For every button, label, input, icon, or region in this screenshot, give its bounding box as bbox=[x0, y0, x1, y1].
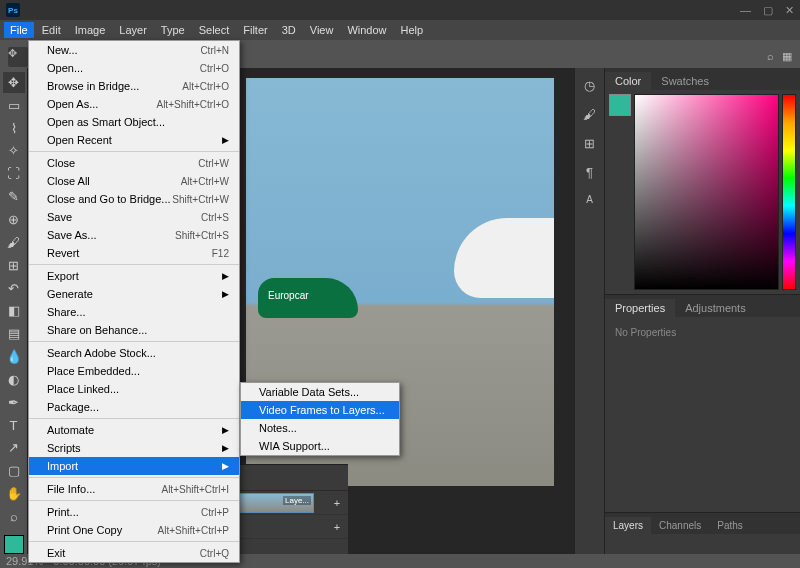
foreground-color[interactable] bbox=[4, 535, 24, 554]
eraser-tool[interactable]: ◧ bbox=[3, 300, 25, 321]
lasso-tool[interactable]: ⌇ bbox=[3, 118, 25, 139]
menu-layer[interactable]: Layer bbox=[113, 22, 153, 38]
menu-image[interactable]: Image bbox=[69, 22, 112, 38]
brushes-panel-icon[interactable]: 🖌 bbox=[583, 107, 596, 122]
tab-swatches[interactable]: Swatches bbox=[651, 72, 719, 90]
stamp-tool[interactable]: ⊞ bbox=[3, 255, 25, 276]
menu-item-automate[interactable]: Automate▶ bbox=[29, 421, 239, 439]
tab-color[interactable]: Color bbox=[605, 72, 651, 90]
pen-tool[interactable]: ✒ bbox=[3, 392, 25, 413]
menu-item-place-linked[interactable]: Place Linked... bbox=[29, 380, 239, 398]
menu-item-browse-in-bridge[interactable]: Browse in Bridge...Alt+Ctrl+O bbox=[29, 77, 239, 95]
menu-item-place-embedded[interactable]: Place Embedded... bbox=[29, 362, 239, 380]
type-tool[interactable]: T bbox=[3, 415, 25, 436]
history-panel-icon[interactable]: ◷ bbox=[584, 78, 595, 93]
menu-select[interactable]: Select bbox=[193, 22, 236, 38]
title-bar: Ps — ▢ ✕ bbox=[0, 0, 800, 20]
move-tool[interactable]: ✥ bbox=[3, 72, 25, 93]
properties-panel-tabs: Properties Adjustments bbox=[605, 295, 800, 317]
app-icon: Ps bbox=[6, 3, 20, 17]
menu-filter[interactable]: Filter bbox=[237, 22, 273, 38]
color-picker-panel bbox=[605, 90, 800, 294]
menu-view[interactable]: View bbox=[304, 22, 340, 38]
shape-tool[interactable]: ▢ bbox=[3, 460, 25, 481]
workspace-icon[interactable]: ▦ bbox=[782, 50, 792, 63]
menu-item-save[interactable]: SaveCtrl+S bbox=[29, 208, 239, 226]
tab-paths[interactable]: Paths bbox=[709, 517, 751, 534]
history-tool[interactable]: ↶ bbox=[3, 278, 25, 299]
menu-item-open-as-smart-object[interactable]: Open as Smart Object... bbox=[29, 113, 239, 131]
path-tool[interactable]: ↗ bbox=[3, 438, 25, 459]
tab-adjustments[interactable]: Adjustments bbox=[675, 299, 756, 317]
menu-edit[interactable]: Edit bbox=[36, 22, 67, 38]
tab-channels[interactable]: Channels bbox=[651, 517, 709, 534]
menu-item-close-and-go-to-bridge[interactable]: Close and Go to Bridge...Shift+Ctrl+W bbox=[29, 190, 239, 208]
menu-item-share[interactable]: Share... bbox=[29, 303, 239, 321]
menu-item-close[interactable]: CloseCtrl+W bbox=[29, 154, 239, 172]
layers-panel-tabs: Layers Channels Paths bbox=[605, 512, 800, 534]
maximize-button[interactable]: ▢ bbox=[763, 4, 773, 17]
menu-item-save-as[interactable]: Save As...Shift+Ctrl+S bbox=[29, 226, 239, 244]
color-fg-swatch[interactable] bbox=[609, 94, 631, 116]
menu-item-open[interactable]: Open...Ctrl+O bbox=[29, 59, 239, 77]
menu-item-open-recent[interactable]: Open Recent▶ bbox=[29, 131, 239, 149]
menu-item-export[interactable]: Export▶ bbox=[29, 267, 239, 285]
menu-item-exit[interactable]: ExitCtrl+Q bbox=[29, 544, 239, 562]
heal-tool[interactable]: ⊕ bbox=[3, 209, 25, 230]
hue-slider[interactable] bbox=[782, 94, 796, 290]
menu-item-share-on-behance[interactable]: Share on Behance... bbox=[29, 321, 239, 339]
menu-item-file-info[interactable]: File Info...Alt+Shift+Ctrl+I bbox=[29, 480, 239, 498]
submenu-item-wia-support[interactable]: WIA Support... bbox=[241, 437, 399, 455]
gradient-tool[interactable]: ▤ bbox=[3, 323, 25, 344]
move-tool-icon[interactable]: ✥ bbox=[8, 47, 28, 67]
menu-item-search-adobe-stock[interactable]: Search Adobe Stock... bbox=[29, 344, 239, 362]
dodge-tool[interactable]: ◐ bbox=[3, 369, 25, 390]
crop-tool[interactable]: ⛶ bbox=[3, 163, 25, 184]
window-controls: — ▢ ✕ bbox=[740, 4, 794, 17]
zoom-tool[interactable]: ⌕ bbox=[3, 506, 25, 527]
tab-layers[interactable]: Layers bbox=[605, 517, 651, 534]
canvas-image-plane2 bbox=[454, 218, 554, 298]
submenu-item-notes[interactable]: Notes... bbox=[241, 419, 399, 437]
menu-item-print[interactable]: Print...Ctrl+P bbox=[29, 503, 239, 521]
menu-window[interactable]: Window bbox=[341, 22, 392, 38]
character-panel-icon[interactable]: A bbox=[586, 194, 593, 205]
menu-type[interactable]: Type bbox=[155, 22, 191, 38]
menu-file[interactable]: File bbox=[4, 22, 34, 38]
blur-tool[interactable]: 💧 bbox=[3, 346, 25, 367]
add-audio-button[interactable]: + bbox=[326, 521, 348, 533]
menu-help[interactable]: Help bbox=[395, 22, 430, 38]
menu-item-revert[interactable]: RevertF12 bbox=[29, 244, 239, 262]
brush-tool[interactable]: 🖌 bbox=[3, 232, 25, 253]
import-submenu: Variable Data Sets...Video Frames to Lay… bbox=[240, 382, 400, 456]
clone-panel-icon[interactable]: ⊞ bbox=[584, 136, 595, 151]
menu-3d[interactable]: 3D bbox=[276, 22, 302, 38]
timeline-clip[interactable]: Laye... bbox=[238, 493, 314, 513]
color-panel-tabs: Color Swatches bbox=[605, 68, 800, 90]
submenu-item-variable-data-sets[interactable]: Variable Data Sets... bbox=[241, 383, 399, 401]
menu-item-new[interactable]: New...Ctrl+N bbox=[29, 41, 239, 59]
menu-item-generate[interactable]: Generate▶ bbox=[29, 285, 239, 303]
eyedropper-tool[interactable]: ✎ bbox=[3, 186, 25, 207]
color-field[interactable] bbox=[634, 94, 779, 290]
tab-properties[interactable]: Properties bbox=[605, 299, 675, 317]
hand-tool[interactable]: ✋ bbox=[3, 483, 25, 504]
menu-bar: File Edit Image Layer Type Select Filter… bbox=[0, 20, 800, 40]
search-icon[interactable]: ⌕ bbox=[767, 50, 774, 63]
properties-body: No Properties bbox=[605, 317, 800, 417]
right-dock: Color Swatches Properties Adjustments No… bbox=[604, 68, 800, 554]
menu-item-package[interactable]: Package... bbox=[29, 398, 239, 416]
file-dropdown: New...Ctrl+NOpen...Ctrl+OBrowse in Bridg… bbox=[28, 40, 240, 563]
wand-tool[interactable]: ✧ bbox=[3, 141, 25, 162]
menu-item-close-all[interactable]: Close AllAlt+Ctrl+W bbox=[29, 172, 239, 190]
menu-item-open-as[interactable]: Open As...Alt+Shift+Ctrl+O bbox=[29, 95, 239, 113]
close-button[interactable]: ✕ bbox=[785, 4, 794, 17]
marquee-tool[interactable]: ▭ bbox=[3, 95, 25, 116]
menu-item-print-one-copy[interactable]: Print One CopyAlt+Shift+Ctrl+P bbox=[29, 521, 239, 539]
menu-item-import[interactable]: Import▶ bbox=[29, 457, 239, 475]
add-media-button[interactable]: + bbox=[326, 497, 348, 509]
menu-item-scripts[interactable]: Scripts▶ bbox=[29, 439, 239, 457]
minimize-button[interactable]: — bbox=[740, 4, 751, 17]
paragraph-panel-icon[interactable]: ¶ bbox=[586, 165, 593, 180]
submenu-item-video-frames-to-layers[interactable]: Video Frames to Layers... bbox=[241, 401, 399, 419]
